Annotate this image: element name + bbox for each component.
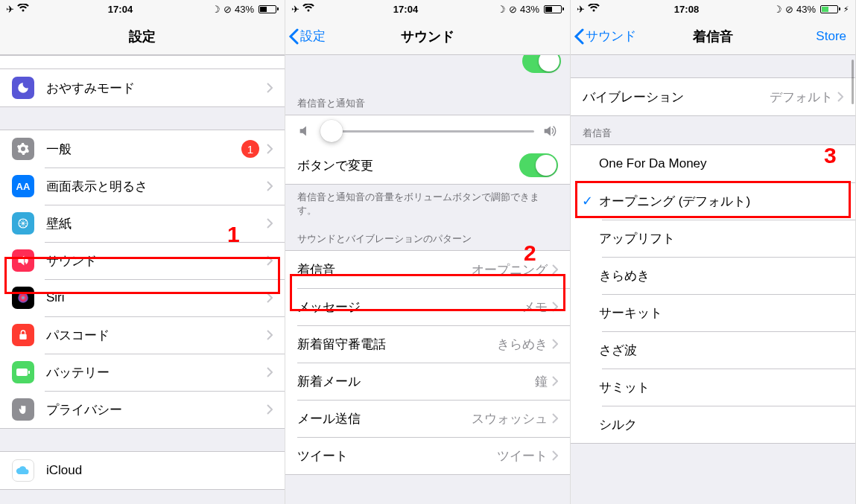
volume-slider[interactable] [321,130,534,133]
row-sounds[interactable]: サウンド [0,242,285,279]
row-change-with-buttons[interactable]: ボタンで変更 [285,147,570,184]
chevron-right-icon [552,339,558,349]
ringtone-item[interactable]: シルク [571,406,855,443]
store-button[interactable]: Store [816,29,846,44]
status-time: 17:08 [674,4,699,15]
row-voicemail[interactable]: 新着留守番電話 きらめき [285,325,570,363]
row-label: ツイート [297,447,497,465]
row-privacy[interactable]: プライバシー [0,391,285,428]
row-vibration[interactable]: バイブレーション デフォルト [571,78,855,115]
ringtone-list[interactable]: バイブレーション デフォルト 着信音 One For Da Money✓オープニ… [571,55,855,504]
battery-pct: 43% [520,4,539,15]
ringtone-item[interactable]: ✓オープニング (デフォルト) [571,182,855,220]
siri-icon [12,287,34,309]
row-general[interactable]: 一般 1 [0,130,285,168]
rotation-lock-icon: ⊘ [509,4,517,15]
row-label: メール送信 [297,410,472,427]
speaker-high-icon [542,123,558,139]
settings-panel: ✈︎ 17:04 ☽ ⊘ 43% 設定 おやすみモード [0,0,285,504]
row-battery[interactable]: バッテリー [0,354,285,391]
row-passcode[interactable]: パスコード [0,316,285,354]
row-value: オープニング [472,261,548,278]
row-label: バイブレーション [583,89,770,106]
ringtone-panel: ✈︎ 17:08 ☽ ⊘ 43% ⚡︎ サウンド 着信音 Store バイブレー… [571,0,856,504]
ringtone-item[interactable]: サミット [571,369,855,406]
status-bar: ✈︎ 17:04 ☽ ⊘ 43% [0,0,285,18]
row-wallpaper[interactable]: 壁紙 [0,205,285,242]
moon-icon [12,77,34,99]
row-new-mail[interactable]: 新着メール 鐘 [285,363,570,400]
svg-point-2 [18,293,28,303]
row-display[interactable]: AA 画面表示と明るさ [0,168,285,205]
ringtone-item[interactable]: One For Da Money [571,145,855,182]
chevron-right-icon [267,404,273,415]
row-label: iCloud [46,463,273,478]
row-value: 鐘 [535,373,548,390]
page-title: サウンド [401,28,454,45]
ringtone-label: きらめき [599,267,843,284]
ringtone-label: サミット [599,379,843,396]
row-label: Siri [46,290,267,305]
wifi-icon [302,4,314,15]
chevron-right-icon [267,330,273,340]
back-label: 設定 [300,28,326,45]
svg-rect-4 [16,369,28,376]
row-label: 画面表示と明るさ [46,178,267,195]
chevron-right-icon [552,376,558,386]
row-siri[interactable]: Siri [0,279,285,316]
lock-icon [12,324,34,346]
chevron-left-icon [574,28,584,45]
chevron-right-icon [267,255,273,266]
section-header: 着信音と通知音 [285,86,570,115]
toggle-switch[interactable] [519,153,558,177]
ringtone-item[interactable]: サーキット [571,294,855,331]
battery-icon [257,5,279,13]
nav-bar: サウンド 着信音 Store [571,18,855,55]
rotation-lock-icon: ⊘ [223,4,232,15]
chevron-right-icon [267,144,273,154]
moon-icon: ☽ [497,4,506,15]
row-label: 新着メール [297,373,535,390]
row-icloud[interactable]: iCloud [0,452,285,489]
volume-slider-row[interactable] [285,115,570,147]
settings-list[interactable]: おやすみモード 一般 1 AA 画面表示と明るさ [0,55,285,504]
battery-icon [819,5,840,13]
row-tweet[interactable]: ツイート ツイート [285,437,570,474]
battery-icon [12,361,34,383]
section-footer: 着信音と通知音の音量をボリュームボタンで調節できます。 [285,185,570,222]
chevron-right-icon [267,83,273,93]
ringtone-item[interactable]: さざ波 [571,331,855,369]
chevron-right-icon [267,181,273,191]
chevron-right-icon [552,413,558,424]
row-label: 着信音 [297,261,472,278]
sounds-list[interactable]: 着信音と通知音 ボタンで変更 着信音と通知音の音量をボリュームボタンで調節できま… [285,55,570,504]
back-button[interactable]: サウンド [574,28,636,45]
ringtone-item[interactable]: アップリフト [571,220,855,257]
wifi-icon [588,4,600,15]
page-title: 着信音 [693,28,733,45]
battery-icon [542,5,564,13]
status-bar: ✈︎ 17:04 ☽ ⊘ 43% [285,0,570,18]
wifi-icon [17,4,29,15]
ringtone-label: サーキット [599,304,843,322]
ringtone-label: One For Da Money [599,156,843,171]
rotation-lock-icon: ⊘ [785,4,793,15]
chevron-right-icon [267,293,273,303]
chevron-left-icon [288,28,299,45]
section-header: 着信音 [571,116,855,144]
airplane-icon: ✈︎ [291,4,299,15]
row-message-tone[interactable]: メッセージ メモ [285,288,570,325]
slider-thumb[interactable] [320,120,343,142]
back-button[interactable]: 設定 [288,28,326,45]
row-sent-mail[interactable]: メール送信 スウォッシュ [285,400,570,437]
row-value: スウォッシュ [472,410,548,427]
row-label: 新着留守番電話 [297,336,497,353]
speaker-icon [12,249,34,272]
row-do-not-disturb[interactable]: おやすみモード [0,69,285,106]
row-label: パスコード [46,327,267,344]
row-ringtone[interactable]: 着信音 オープニング [285,251,570,288]
sounds-panel: ✈︎ 17:04 ☽ ⊘ 43% 設定 サウンド 着信音と通知音 [285,0,571,504]
chevron-right-icon [267,367,273,377]
battery-pct: 43% [796,4,816,15]
ringtone-item[interactable]: きらめき [571,257,855,294]
